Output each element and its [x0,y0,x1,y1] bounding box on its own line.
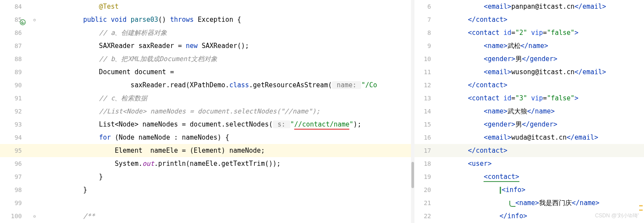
gutter-line-number[interactable]: 94 [0,134,30,141]
code-text[interactable]: <name>我是西门庆</name> [436,199,644,207]
code-line[interactable]: 99 [0,196,411,209]
gutter-line-number[interactable]: 97 [0,173,30,180]
code-line[interactable]: 6 <email>panpan@itcast.cn</email> [414,0,644,13]
code-line[interactable]: 8 <contact id="2" vip="false"> [414,26,644,39]
code-line[interactable]: 98 } [0,183,411,196]
gutter-line-number[interactable]: 96 [0,160,30,167]
code-text[interactable]: <name>武大狼</name> [436,107,644,116]
gutter-line-number[interactable]: 12 [414,82,436,89]
gutter-line-number[interactable]: 17 [414,147,436,154]
fold-region[interactable]: ⊖ [30,17,52,22]
gutter-line-number[interactable]: 22 [414,213,436,220]
code-line[interactable]: 16 <email>wuda@itcast.cn</email> [414,131,644,144]
gutter-line-number[interactable]: 87 [0,42,30,49]
code-text[interactable]: </contact> [436,81,644,89]
code-text[interactable]: SAXReader saxReader = new SAXReader(); [52,42,411,50]
gutter-line-number[interactable]: 20 [414,186,436,193]
code-text[interactable]: </contact> [436,147,644,154]
code-text[interactable]: /** [52,212,411,220]
code-line[interactable]: 87 SAXReader saxReader = new SAXReader()… [0,39,411,52]
code-text[interactable]: } [52,173,411,181]
code-line[interactable]: 93 List<Node> nameNodes = document.selec… [0,118,411,131]
code-text[interactable]: <name>武松</name> [436,42,644,50]
code-line[interactable]: 12 </contact> [414,79,644,92]
gutter-line-number[interactable]: 10 [414,55,436,62]
code-text[interactable]: @Test [52,3,411,10]
code-text[interactable]: //List<Node> nameNodes = document.select… [52,107,411,115]
fold-icon[interactable]: ⊖ [33,17,36,22]
gutter-line-number[interactable]: 16 [414,134,436,141]
error-stripe[interactable] [639,0,644,223]
code-text[interactable]: System.out.println(nameEle.getTextTrim()… [52,160,411,168]
gutter-line-number[interactable]: 95 [0,147,30,154]
code-line[interactable]: 95 Element nameEle = (Element) nameNode; [0,144,411,157]
gutter-line-number[interactable]: 9 [414,42,436,49]
gutter-line-number[interactable]: 6 [414,3,436,10]
code-line[interactable]: 90 saxReader.read(XPathDemo.class.getRes… [0,79,411,92]
code-text[interactable]: // b、把XML加载成Document文档对象 [52,55,411,63]
gutter-line-number[interactable]: 18 [414,160,436,167]
gutter-line-number[interactable]: 15 [414,121,436,128]
gutter-line-number[interactable]: 85 [0,16,30,23]
code-text[interactable]: // a、创建解析器对象 [52,29,411,37]
code-line[interactable]: 14 <name>武大狼</name> [414,105,644,118]
code-line[interactable]: 96 System.out.println(nameEle.getTextTri… [0,157,411,170]
code-line[interactable]: 18 <user> [414,157,644,170]
code-line[interactable]: 15 <gender>男</gender> [414,118,644,131]
gutter-line-number[interactable]: 89 [0,69,30,75]
code-text[interactable]: <email>wuda@itcast.cn</email> [436,134,644,141]
code-text[interactable]: Document document = [52,68,411,76]
code-line[interactable]: 84 @Test [0,0,411,13]
code-text[interactable]: public void parse03() throws Exception { [52,16,411,24]
code-line[interactable]: 21 <name>我是西门庆</name> [414,196,644,209]
code-text[interactable]: <gender>男</gender> [436,55,644,63]
code-text[interactable]: </contact> [436,16,644,24]
gutter-line-number[interactable]: 14 [414,108,436,115]
code-text[interactable]: <email>wusong@itcast.cn</email> [436,68,644,76]
gutter-line-number[interactable]: 98 [0,186,30,193]
code-text[interactable]: Element nameEle = (Element) nameNode; [52,147,411,154]
code-line[interactable]: 92 //List<Node> nameNodes = document.sel… [0,105,411,118]
gutter-line-number[interactable]: 86 [0,29,30,36]
gutter-line-number[interactable]: 11 [414,69,436,75]
code-line[interactable]: 94 for (Node nameNode : nameNodes) { [0,131,411,144]
code-line[interactable]: 19 <contact> [414,170,644,183]
code-text[interactable]: List<Node> nameNodes = document.selectNo… [52,120,411,128]
code-text[interactable]: } [52,186,411,194]
gutter-line-number[interactable]: 100 [0,213,30,220]
code-text[interactable]: saxReader.read(XPathDemo.class.getResour… [52,81,411,89]
gutter-line-number[interactable]: 92 [0,108,30,115]
code-text[interactable]: <user> [436,160,644,168]
code-line[interactable]: 10 <gender>男</gender> [414,52,644,65]
code-line[interactable]: 85⊖ public void parse03() throws Excepti… [0,13,411,26]
splitter[interactable] [411,0,414,223]
scrollbar-thumb[interactable] [411,162,414,188]
code-line[interactable]: 9 <name>武松</name> [414,39,644,52]
code-text[interactable]: <contact> [436,173,644,181]
gutter-line-number[interactable]: 19 [414,173,436,180]
code-line[interactable]: 11 <email>wusong@itcast.cn</email> [414,65,644,79]
code-text[interactable]: // c、检索数据 [52,94,411,103]
fold-region[interactable]: ⊖ [30,214,52,219]
gutter-line-number[interactable]: 13 [414,95,436,102]
left-editor-pane[interactable]: 84 @Test85⊖ public void parse03() throws… [0,0,411,223]
gutter-line-number[interactable]: 8 [414,29,436,36]
code-line[interactable]: 7 </contact> [414,13,644,26]
gutter-line-number[interactable]: 90 [0,82,30,89]
gutter-line-number[interactable]: 91 [0,95,30,102]
code-line[interactable]: 97 } [0,170,411,183]
code-line[interactable]: 17 </contact> [414,144,644,157]
code-line[interactable]: 88 // b、把XML加载成Document文档对象 [0,52,411,65]
gutter-line-number[interactable]: 84 [0,3,30,10]
gutter-line-number[interactable]: 88 [0,55,30,62]
fold-icon[interactable]: ⊖ [33,214,36,219]
code-text[interactable]: for (Node nameNode : nameNodes) { [52,134,411,141]
gutter-line-number[interactable]: 21 [414,199,436,206]
gutter-line-number[interactable]: 99 [0,199,30,206]
run-test-icon[interactable] [19,19,26,26]
code-line[interactable]: 100⊖ /** [0,209,411,223]
code-line[interactable]: 86 // a、创建解析器对象 [0,26,411,39]
code-text[interactable]: <info> [436,186,644,194]
code-text[interactable]: <contact id="2" vip="false"> [436,29,644,37]
gutter-line-number[interactable]: 7 [414,16,436,23]
